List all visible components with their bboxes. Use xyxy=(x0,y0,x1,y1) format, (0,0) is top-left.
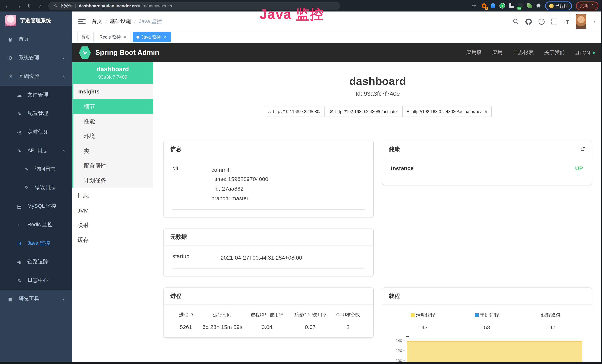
grid-extension-icon[interactable] xyxy=(509,3,514,8)
sidebar-item-label: 错误日志 xyxy=(35,184,56,191)
caret-down-icon[interactable]: ▼ xyxy=(593,20,596,23)
metadata-card-header: 元数据 xyxy=(163,229,373,245)
link-url: http://192.168.0.2:48080/actuator xyxy=(335,109,398,114)
bookmark-star-icon[interactable]: ☆ xyxy=(470,3,478,8)
screen: ← → ↻ ⌂ ⚠ 不安全 | dashboard.yudao.iocoder.… xyxy=(0,0,602,364)
puzzle-extensions-icon[interactable] xyxy=(536,3,541,8)
actuator-url-button[interactable]: ⚒http://192.168.0.2:48080/actuator xyxy=(325,106,402,117)
kebab-menu-icon[interactable]: ⋮ xyxy=(590,3,594,8)
close-icon[interactable]: × xyxy=(123,35,127,39)
sba-nav-config-props[interactable]: 配置属性 xyxy=(74,158,153,173)
sba-body: dashboard 93a3fc7f7409 Insights 细节 性能 环境… xyxy=(72,62,602,364)
legend-live-threads: 活动线程 xyxy=(391,312,455,319)
threads-chart: 140 120 100 xyxy=(391,337,583,364)
breadcrumb-infra[interactable]: 基础设施 xyxy=(110,18,131,25)
extension-icon[interactable]: 1 xyxy=(482,3,486,8)
sidebar-item-home[interactable]: ◉首页 xyxy=(0,30,72,49)
sba-nav-classes[interactable]: 类 xyxy=(74,143,153,158)
sidebar-item-file[interactable]: ☁文件管理 xyxy=(0,86,72,104)
sidebar-item-label: 首页 xyxy=(19,36,29,43)
git-branch-line: branch: master xyxy=(211,193,268,203)
sidebar-item-dev-tools[interactable]: ▣研发工具∨ xyxy=(0,290,72,308)
sba-frame: Spring Boot Admin 应用墙 应用 日志报表 关于我们 zh-CN… xyxy=(72,43,602,364)
sidebar-item-log-center[interactable]: ✎日志中心 xyxy=(0,271,72,290)
github-icon[interactable] xyxy=(526,18,532,25)
sidebar-item-redis[interactable]: ≋Redis 监控 xyxy=(0,215,72,234)
breadcrumb-current: Java 监控 xyxy=(139,18,162,25)
hamburger-icon[interactable] xyxy=(78,19,86,24)
update-button[interactable]: 更新⋮ xyxy=(576,1,599,10)
tab-home[interactable]: 首页 xyxy=(77,32,94,42)
sba-nav-mappings[interactable]: 映射 xyxy=(72,218,153,233)
help-icon[interactable]: ? xyxy=(538,18,545,25)
close-icon[interactable]: × xyxy=(163,35,167,39)
pin-extension-icon[interactable] xyxy=(491,3,495,8)
brand[interactable]: 芋道管理系统 xyxy=(0,11,72,30)
history-icon[interactable]: ↺ xyxy=(580,146,585,153)
tab-label: Redis 监控 xyxy=(99,34,121,40)
legend-label: 活动线程 xyxy=(416,312,435,319)
sidebar-item-java-monitor[interactable]: ⊡Java 监控 xyxy=(0,234,72,253)
reload-icon[interactable]: ↻ xyxy=(26,3,33,8)
forward-icon[interactable]: → xyxy=(15,3,22,8)
sba-nav-metrics[interactable]: 性能 xyxy=(74,114,153,129)
sidebar-item-job[interactable]: ◷定时任务 xyxy=(0,123,72,141)
back-icon[interactable]: ← xyxy=(4,3,11,8)
row-value: commit: time: 1596289704000 id: 27aa832 … xyxy=(211,165,268,203)
fullscreen-icon[interactable] xyxy=(551,19,557,24)
leaf-extension-icon[interactable] xyxy=(527,3,532,8)
row-label: startup xyxy=(172,253,221,262)
emoji-face-icon xyxy=(549,3,554,8)
sba-menu-about[interactable]: 关于我们 xyxy=(544,49,565,56)
service-url-button[interactable]: ⌂http://192.168.0.2:48080/ xyxy=(264,106,325,117)
sba-nav-jvm[interactable]: JVM xyxy=(72,203,153,218)
search-icon[interactable] xyxy=(513,19,519,24)
sidebar-item-system[interactable]: ⚙系统管理∨ xyxy=(0,49,72,67)
sidebar-item-trace[interactable]: ◉链路追踪 xyxy=(0,253,72,271)
column-header: 进程CPU使用率 xyxy=(246,312,289,318)
info-card-body: git commit: time: 1596289704000 id: 27aa… xyxy=(163,157,373,217)
sidebar-item-api-log[interactable]: ✎API 日志∧ xyxy=(0,141,72,160)
health-row-instance[interactable]: Instance UP xyxy=(391,165,583,177)
sba-logo-icon[interactable] xyxy=(79,46,91,59)
breadcrumb: 首页 / 基础设施 / Java 监控 xyxy=(92,18,162,25)
sidebar-item-error-log[interactable]: ✎错误日志 xyxy=(0,178,72,197)
font-size-icon[interactable]: тT xyxy=(564,18,569,25)
tab-java-monitor[interactable]: Java 监控× xyxy=(133,32,171,42)
on-extension-icon[interactable]: on xyxy=(518,3,523,8)
sba-nav-caches[interactable]: 缓存 xyxy=(72,233,153,247)
user-avatar[interactable] xyxy=(576,14,586,29)
briefcase-icon: ▣ xyxy=(7,296,13,302)
status-badge: UP xyxy=(575,165,583,171)
cards-grid: 信息 git commit: time: 1596289704000 id: 2… xyxy=(153,141,602,364)
paused-profile-chip[interactable]: 已暂停 xyxy=(545,1,572,10)
sidebar-item-infra[interactable]: ⊡基础设施∧ xyxy=(0,67,72,86)
sba-nav-details[interactable]: 细节 xyxy=(74,99,153,114)
sidebar-item-config[interactable]: ✎配置管理 xyxy=(0,104,72,123)
sba-nav-logs[interactable]: 日志 xyxy=(72,188,153,203)
home-icon[interactable]: ⌂ xyxy=(37,3,44,8)
paused-label: 已暂停 xyxy=(556,3,568,9)
sba-menu-wallboard[interactable]: 应用墙 xyxy=(466,49,482,56)
insights-label[interactable]: Insights xyxy=(74,84,153,99)
sba-nav-scheduled-tasks[interactable]: 计划任务 xyxy=(74,173,153,188)
eye-icon: ◉ xyxy=(16,259,22,265)
health-url-button[interactable]: ♥http://192.168.0.2:48080/actuator/healt… xyxy=(402,106,492,117)
divider: | xyxy=(75,3,76,8)
metadata-card: 元数据 startup 2021-04-27T00:44:31.254+08:0… xyxy=(163,229,373,276)
sba-menu-applications[interactable]: 应用 xyxy=(492,49,503,56)
sba-menu-journal[interactable]: 日志报表 xyxy=(513,49,534,56)
sba-brand-title[interactable]: Spring Boot Admin xyxy=(95,49,159,57)
sidebar-item-access-log[interactable]: ✎访问日志 xyxy=(0,160,72,178)
locale-label: zh-CN xyxy=(575,50,590,56)
sba-nav-environment[interactable]: 环境 xyxy=(74,129,153,143)
legend-label: 守护进程 xyxy=(480,312,499,319)
y-extension-icon[interactable]: y xyxy=(499,3,505,9)
on-badge: on xyxy=(517,7,521,10)
tab-redis-monitor[interactable]: Redis 监控× xyxy=(96,32,131,42)
sidebar-item-mysql[interactable]: ▤MySQL 监控 xyxy=(0,197,72,215)
instance-header[interactable]: dashboard 93a3fc7f7409 xyxy=(72,62,153,84)
legend-peak-threads: 线程峰值 xyxy=(519,312,583,319)
locale-select[interactable]: zh-CN∨ xyxy=(575,50,595,56)
breadcrumb-home[interactable]: 首页 xyxy=(92,18,102,25)
